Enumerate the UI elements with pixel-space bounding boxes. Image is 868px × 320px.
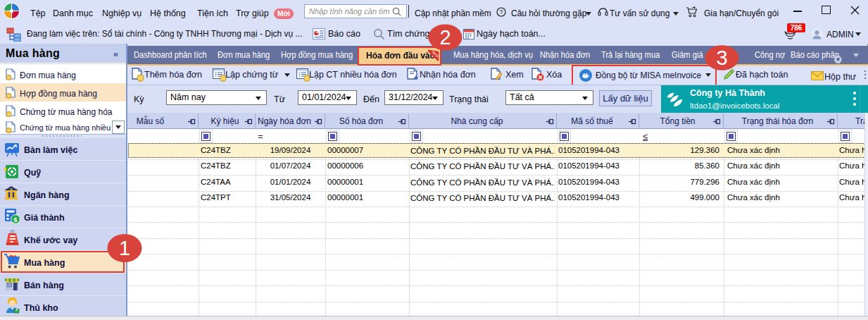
- svg-text:1: 1: [119, 237, 130, 259]
- svg-text:3: 3: [716, 47, 727, 69]
- svg-text:2: 2: [439, 26, 451, 49]
- svg-text:?: ?: [499, 8, 503, 16]
- svg-text:$: $: [13, 216, 18, 223]
